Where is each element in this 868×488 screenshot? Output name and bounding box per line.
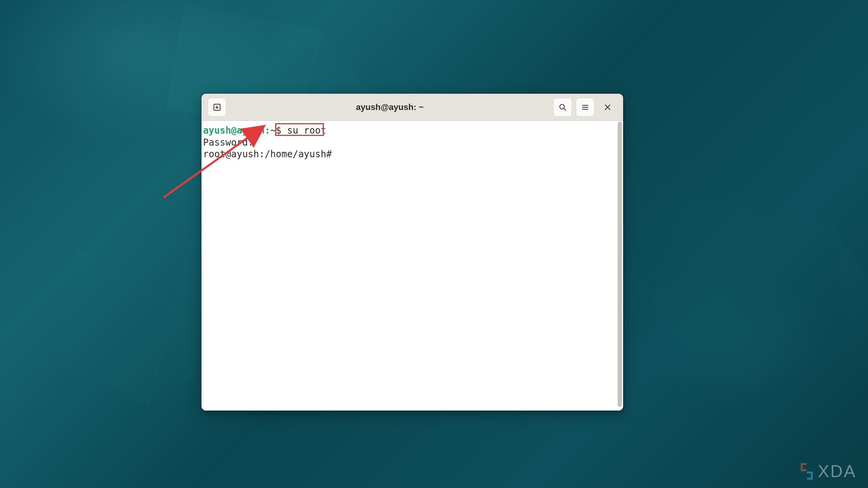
terminal-content[interactable]: ayush@ayush:~$ su root Password: root@ay…	[202, 121, 623, 411]
watermark: XDA	[800, 462, 856, 481]
prompt-user-host: ayush@ayush	[203, 125, 265, 136]
close-icon	[604, 103, 611, 111]
hamburger-menu-icon	[580, 103, 590, 112]
new-tab-button[interactable]	[208, 98, 226, 117]
close-button[interactable]	[598, 98, 617, 117]
wallpaper-geometry-3	[620, 155, 868, 426]
menu-button[interactable]	[576, 98, 594, 117]
terminal-line-2: Password:	[203, 137, 622, 149]
terminal-window: ayush@ayush: ~	[202, 94, 623, 411]
watermark-logo-icon	[800, 463, 813, 480]
watermark-text: XDA	[818, 462, 856, 481]
titlebar[interactable]: ayush@ayush: ~	[202, 94, 623, 121]
window-title: ayush@ayush: ~	[230, 102, 549, 112]
svg-line-17	[564, 108, 566, 110]
terminal-line-3: root@ayush:/home/ayush#	[203, 148, 622, 160]
terminal-line-1: ayush@ayush:~$ su root	[203, 125, 622, 137]
command-input: su root	[287, 125, 326, 136]
prompt-path: ~	[270, 125, 276, 136]
new-tab-icon	[212, 103, 222, 112]
svg-marker-9	[651, 194, 852, 395]
search-icon	[558, 103, 567, 112]
scrollbar-thumb[interactable]	[618, 122, 622, 407]
prompt-symbol: $	[276, 125, 281, 136]
prompt-separator: :	[265, 125, 270, 136]
search-button[interactable]	[553, 98, 572, 117]
